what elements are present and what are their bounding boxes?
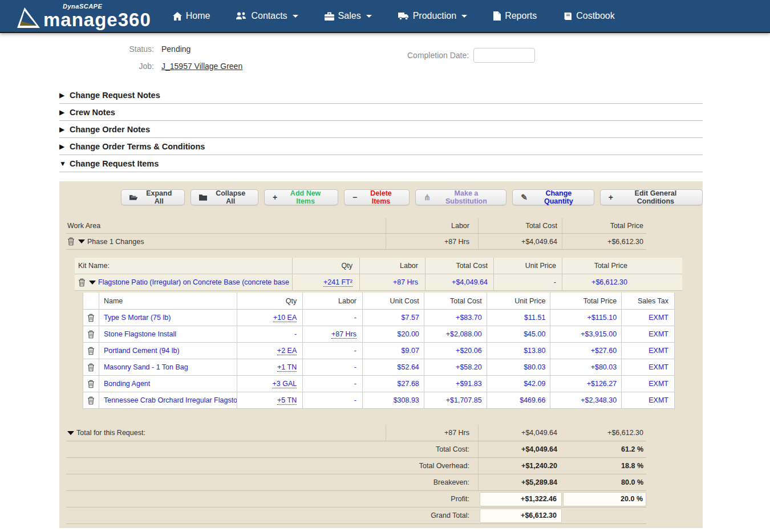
- work-area-name[interactable]: Phase 1 Changes: [87, 238, 144, 246]
- button-label: Edit General Conditions: [617, 189, 694, 205]
- item-qty[interactable]: +3 GAL: [272, 380, 297, 388]
- trash-icon[interactable]: [67, 237, 75, 246]
- collapse-all-button[interactable]: Collapse All: [191, 189, 258, 205]
- kit-name-link[interactable]: Flagstone Patio (Irregular) on Concrete …: [98, 278, 289, 286]
- button-label: Expand All: [141, 189, 176, 205]
- trash-icon[interactable]: [87, 314, 95, 322]
- item-sales-tax[interactable]: EXMT: [649, 314, 668, 322]
- col-header-labor: Labor: [359, 258, 425, 274]
- breakeven-label: Breakeven:: [66, 478, 478, 486]
- item-name-link[interactable]: Tennessee Crab Orchard Irregular Flagsto…: [104, 396, 237, 404]
- nav-reports[interactable]: Reports: [493, 11, 537, 21]
- item-qty[interactable]: +5 TN: [277, 396, 297, 405]
- item-total-cost: +$20.06: [456, 347, 482, 355]
- item-name-link[interactable]: Bonding Agent: [104, 380, 150, 388]
- trash-icon[interactable]: [87, 347, 95, 355]
- trash-icon[interactable]: [87, 380, 95, 388]
- item-labor: -: [354, 347, 356, 355]
- completion-date-input[interactable]: [473, 48, 535, 63]
- item-sales-tax[interactable]: EXMT: [649, 347, 668, 355]
- item-total-price: +$2,348.30: [581, 396, 617, 404]
- request-total-labor: +87 Hrs: [386, 425, 478, 441]
- section-change-request-notes[interactable]: ▶ Change Request Notes: [59, 87, 703, 104]
- item-unit-cost: $9.07: [402, 347, 419, 355]
- item-row: Bonding Agent +3 GAL - $27.68 +$91.83 $4…: [83, 375, 674, 392]
- col-header-labor: Labor: [302, 293, 362, 309]
- work-area-header-row: Work Area Labor Total Cost Total Price: [66, 218, 646, 234]
- item-labor: -: [354, 396, 356, 404]
- trash-icon[interactable]: [78, 278, 86, 287]
- profit-pct-input[interactable]: 20.0 %: [563, 492, 646, 506]
- make-substitution-button[interactable]: ⋔ Make a Substitution: [415, 189, 507, 205]
- kit-total-price: +$6,612.30: [591, 278, 627, 286]
- item-qty[interactable]: +1 TN: [277, 363, 297, 372]
- item-sales-tax[interactable]: EXMT: [649, 396, 668, 404]
- home-icon: [173, 12, 182, 21]
- button-label: Collapse All: [211, 189, 250, 205]
- section-change-order-terms[interactable]: ▶ Change Order Terms & Conditions: [59, 138, 703, 155]
- nav-production[interactable]: Production: [398, 11, 468, 21]
- trash-icon[interactable]: [87, 396, 95, 405]
- item-total-price: +$115.10: [587, 314, 617, 322]
- document-icon: [493, 11, 501, 21]
- delete-items-button[interactable]: − Delete Items: [344, 189, 410, 205]
- item-row: Stone Flagstone Install - +87 Hrs $20.00…: [83, 326, 674, 342]
- sections-list: ▶ Change Request Notes ▶ Crew Notes ▶ Ch…: [59, 87, 703, 172]
- trash-icon[interactable]: [87, 330, 95, 339]
- work-area-total-cost: +$4,049.64: [478, 234, 562, 249]
- button-label: Make a Substitution: [435, 189, 499, 205]
- button-label: Add New Items: [281, 189, 330, 205]
- change-quantity-button[interactable]: ✎ Change Quantity: [512, 189, 594, 205]
- item-sales-tax[interactable]: EXMT: [649, 380, 668, 388]
- section-label: Crew Notes: [70, 108, 115, 117]
- col-header-total-price: Total Price: [562, 258, 633, 274]
- section-change-request-items[interactable]: ▼ Change Request Items: [59, 155, 703, 172]
- item-name-link[interactable]: Masonry Sand - 1 Ton Bag: [104, 363, 188, 371]
- minus-icon: −: [352, 193, 357, 201]
- item-qty[interactable]: -: [294, 330, 297, 338]
- nav-sales-label: Sales: [338, 11, 361, 21]
- expanded-arrow-icon[interactable]: [78, 239, 85, 243]
- item-qty[interactable]: +10 EA: [273, 314, 297, 322]
- nav-home[interactable]: Home: [173, 11, 210, 21]
- job-link[interactable]: J_15957 Village Green: [161, 62, 242, 71]
- trash-icon[interactable]: [87, 363, 95, 372]
- nav-sales[interactable]: Sales: [325, 11, 372, 21]
- item-labor[interactable]: +87 Hrs: [331, 330, 356, 339]
- nav-costbook[interactable]: Costbook: [563, 11, 615, 21]
- brand-name: manage360: [43, 9, 151, 30]
- change-request-items-panel: Expand All Collapse All + Add New Items …: [59, 181, 703, 528]
- add-new-items-button[interactable]: + Add New Items: [264, 189, 338, 205]
- expanded-arrow-icon[interactable]: [89, 281, 96, 285]
- profit-row: Profit: +$1,322.46 20.0 %: [66, 491, 646, 507]
- item-sales-tax[interactable]: EXMT: [649, 363, 668, 371]
- nav-contacts[interactable]: Contacts: [236, 11, 298, 21]
- total-overhead-row: Total Overhead: +$1,240.20 18.8 %: [66, 458, 646, 474]
- profit-value-input[interactable]: +$1,322.46: [480, 492, 562, 506]
- collapsed-arrow-icon: ▶: [59, 108, 67, 116]
- total-overhead-pct: 18.8 %: [562, 458, 646, 474]
- brand-logo[interactable]: DynaSCAPE manage360: [16, 3, 151, 29]
- section-change-order-notes[interactable]: ▶ Change Order Notes: [59, 121, 703, 138]
- expand-all-button[interactable]: Expand All: [121, 189, 185, 205]
- col-header-qty: Qty: [237, 293, 302, 309]
- section-crew-notes[interactable]: ▶ Crew Notes: [59, 104, 703, 121]
- page-header: Status: Pending Job: J_15957 Village Gre…: [0, 33, 770, 71]
- item-sales-tax[interactable]: EXMT: [649, 330, 668, 338]
- item-name-link[interactable]: Type S Mortar (75 lb): [104, 314, 171, 322]
- truck-icon: [398, 12, 409, 20]
- col-header-total-price: Total Price: [550, 293, 621, 309]
- item-name-link[interactable]: Stone Flagstone Install: [104, 330, 176, 338]
- col-header-sales-tax: Sales Tax: [621, 293, 674, 309]
- item-unit-price: $45.00: [524, 330, 545, 338]
- button-label: Change Quantity: [532, 189, 586, 205]
- expanded-arrow-icon[interactable]: [67, 431, 74, 435]
- shuffle-icon: ⋔: [424, 193, 431, 201]
- kit-unit-price: -: [554, 278, 556, 286]
- total-cost-value: +$4,049.64: [478, 441, 562, 457]
- kit-qty[interactable]: +241 FT²: [323, 278, 352, 287]
- items-header-row: Name Qty Labor Unit Cost Total Cost Unit…: [83, 293, 674, 309]
- item-name-link[interactable]: Portland Cement (94 lb): [104, 347, 180, 355]
- item-qty[interactable]: +2 EA: [277, 347, 297, 355]
- edit-general-conditions-button[interactable]: + Edit General Conditions: [600, 189, 703, 205]
